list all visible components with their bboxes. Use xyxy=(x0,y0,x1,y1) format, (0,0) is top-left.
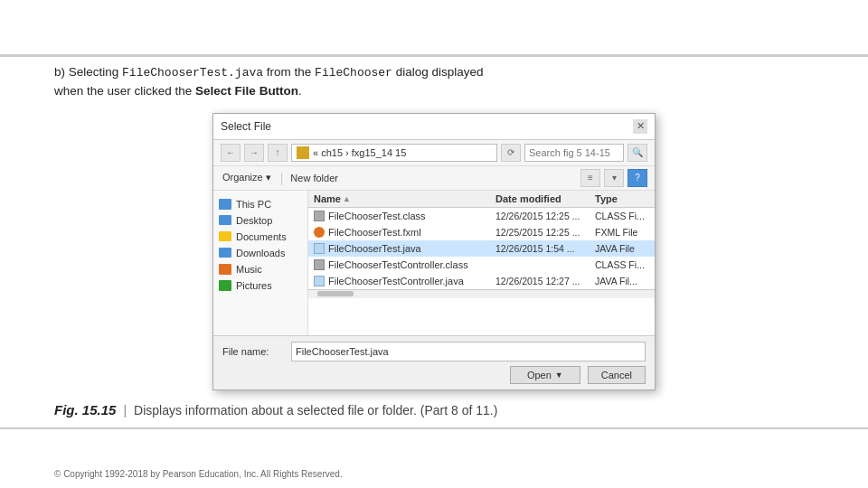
caption-text: Displays information about a selected fi… xyxy=(134,403,497,418)
java-file-icon xyxy=(314,276,325,286)
sort-chevron: ▲ xyxy=(343,194,351,203)
dialog-toolbar: Organize ▾ | New folder ≡ ▾ ? xyxy=(213,166,655,191)
col-header-date[interactable]: Date modified xyxy=(492,192,591,205)
java-file-icon xyxy=(314,243,325,254)
file-name-text: FileChooserTest.class xyxy=(328,211,426,221)
sidebar-item-documents[interactable]: Documents xyxy=(213,229,307,245)
file-name-text: FileChooserTestController.class xyxy=(328,259,468,270)
class-file-icon xyxy=(314,211,325,221)
view-toggle-button[interactable]: ≡ xyxy=(580,169,600,187)
top-divider xyxy=(0,54,868,57)
help-button[interactable]: ? xyxy=(627,169,647,187)
bottom-divider xyxy=(0,427,868,429)
table-row[interactable]: FileChooserTest.fxml 12/25/2015 12:25 ..… xyxy=(308,224,655,240)
file-name-text: FileChooserTestController.java xyxy=(328,276,464,286)
nav-path-text: « ch15 › fxg15_14 15 xyxy=(313,147,406,158)
file-type-cell: CLASS Fi... xyxy=(591,258,655,271)
class-file-icon xyxy=(314,259,325,270)
file-name-text: FileChooserTest.java xyxy=(328,243,421,254)
file-date-cell: 12/26/2015 12:25 ... xyxy=(492,210,591,222)
cancel-button[interactable]: Cancel xyxy=(588,366,646,384)
fxml-file-icon xyxy=(314,227,325,238)
file-name-cell: FileChooserTest.java xyxy=(308,242,492,255)
toolbar-separator: | xyxy=(280,171,284,185)
file-date-cell: 12/26/2015 12:27 ... xyxy=(492,275,591,287)
page-container: b) Selecting FileChooserTest.java from t… xyxy=(0,0,868,488)
dialog-close-button[interactable]: ✕ xyxy=(633,119,647,134)
open-button[interactable]: Open ▼ xyxy=(510,366,580,384)
filename-row: File name: xyxy=(222,342,646,361)
footer-buttons: Open ▼ Cancel xyxy=(222,366,646,384)
caption-row: Fig. 15.15 | Displays information about … xyxy=(0,395,868,425)
file-date-cell xyxy=(492,264,591,266)
table-row[interactable]: FileChooserTest.class 12/26/2015 12:25 .… xyxy=(308,208,655,224)
dialog-body: This PC Desktop Documents Downloads xyxy=(213,191,655,335)
organize-button[interactable]: Organize ▾ xyxy=(221,171,273,184)
col-name-label: Name xyxy=(314,193,341,204)
sidebar-item-music[interactable]: Music xyxy=(213,261,307,277)
view-options-button[interactable]: ▾ xyxy=(604,169,624,187)
sidebar-label-documents: Documents xyxy=(236,231,287,242)
filename-input[interactable] xyxy=(291,342,646,361)
table-row[interactable]: FileChooserTestController.java 12/26/201… xyxy=(308,273,655,289)
main-content: b) Selecting FileChooserTest.java from t… xyxy=(0,0,868,390)
dialog-nav: ← → ↑ « ch15 › fxg15_14 15 ⟳ 🔍 xyxy=(213,140,655,166)
nav-refresh-button[interactable]: ⟳ xyxy=(501,144,521,162)
nav-up-button[interactable]: ↑ xyxy=(268,144,288,162)
nav-path: « ch15 › fxg15_14 15 xyxy=(291,144,497,162)
dialog-titlebar: Select File ✕ xyxy=(213,114,655,140)
file-type-cell: CLASS Fi... xyxy=(591,210,655,222)
sidebar-label-thispc: This PC xyxy=(236,199,271,210)
filename-label: File name: xyxy=(222,346,286,357)
sidebar-label-desktop: Desktop xyxy=(236,215,272,226)
music-icon xyxy=(219,264,231,275)
file-name-cell: FileChooserTestController.java xyxy=(308,275,492,287)
file-name-text: FileChooserTest.fxml xyxy=(328,227,421,238)
table-row[interactable]: FileChooserTest.java 12/26/2015 1:54 ...… xyxy=(308,240,655,257)
file-dialog: Select File ✕ ← → ↑ « ch15 › fxg15_14 15… xyxy=(212,113,656,390)
file-date-cell: 12/25/2015 12:25 ... xyxy=(492,226,591,239)
open-button-label: Open xyxy=(527,370,552,380)
sidebar-label-downloads: Downloads xyxy=(236,248,285,258)
description-text: b) Selecting FileChooserTest.java from t… xyxy=(54,63,814,100)
file-table-header: Name ▲ Date modified Type xyxy=(308,191,655,208)
caption-separator: | xyxy=(123,403,127,418)
file-name-cell: FileChooserTestController.class xyxy=(308,258,492,271)
sidebar-label-pictures: Pictures xyxy=(236,280,272,291)
file-date-cell: 12/26/2015 1:54 ... xyxy=(492,242,591,255)
open-dropdown-icon: ▼ xyxy=(555,371,563,380)
sidebar-item-downloads[interactable]: Downloads xyxy=(213,245,307,261)
file-name-cell: FileChooserTest.fxml xyxy=(308,226,492,239)
sidebar-label-music: Music xyxy=(236,264,262,275)
folder-icon xyxy=(297,146,309,159)
sidebar-item-pictures[interactable]: Pictures xyxy=(213,277,307,294)
file-type-cell: JAVA File xyxy=(591,242,655,255)
table-row[interactable]: FileChooserTestController.class CLASS Fi… xyxy=(308,257,655,273)
scrollbar-thumb xyxy=(317,291,354,296)
downloads-folder-icon xyxy=(219,248,231,258)
sidebar-item-thispc[interactable]: This PC xyxy=(213,196,307,212)
new-folder-button[interactable]: New folder xyxy=(290,173,338,183)
computer-icon xyxy=(219,199,231,210)
nav-back-button[interactable]: ← xyxy=(221,144,241,162)
desktop-folder-icon xyxy=(219,215,231,225)
documents-folder-icon xyxy=(219,231,231,241)
col-header-type[interactable]: Type xyxy=(591,192,655,205)
file-type-cell: JAVA Fil... xyxy=(591,275,655,287)
nav-forward-button[interactable]: → xyxy=(244,144,264,162)
copyright-notice: © Copyright 1992-2018 by Pearson Educati… xyxy=(54,469,343,479)
figure-label: Fig. 15.15 xyxy=(54,402,116,418)
search-icon-button[interactable]: 🔍 xyxy=(627,144,647,162)
file-name-cell: FileChooserTest.class xyxy=(308,210,492,222)
sidebar-panel: This PC Desktop Documents Downloads xyxy=(213,191,308,335)
horizontal-scrollbar[interactable] xyxy=(308,289,655,298)
sidebar-item-desktop[interactable]: Desktop xyxy=(213,212,307,229)
search-input[interactable] xyxy=(524,144,624,162)
dialog-title: Select File xyxy=(221,120,271,133)
file-type-cell: FXML File xyxy=(591,226,655,239)
main-panel: Name ▲ Date modified Type FileChooserTes… xyxy=(308,191,655,335)
dialog-footer: File name: Open ▼ Cancel xyxy=(213,335,655,389)
col-header-name[interactable]: Name ▲ xyxy=(308,192,492,205)
pictures-icon xyxy=(219,280,231,291)
